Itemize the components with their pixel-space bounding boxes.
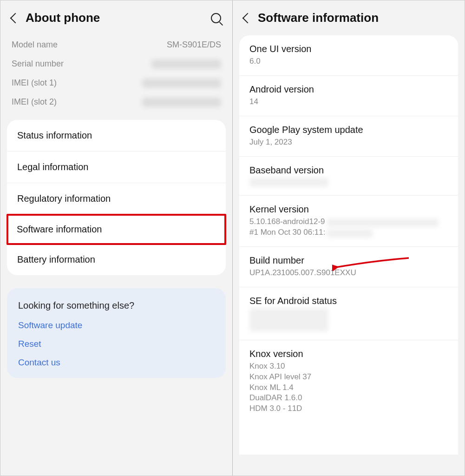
serial-label: Serial number <box>12 59 64 69</box>
back-icon[interactable] <box>242 13 253 23</box>
software-information-item[interactable]: Software information <box>7 214 226 245</box>
one-ui-version-item[interactable]: One UI version 6.0 <box>239 35 458 76</box>
status-information-item[interactable]: Status information <box>7 120 226 152</box>
about-phone-screen: About phone Model name SM-S901E/DS Seria… <box>0 0 233 476</box>
reset-link[interactable]: Reset <box>18 339 215 349</box>
looking-for-title: Looking for something else? <box>18 300 215 311</box>
baseband-version-item[interactable]: Baseband version <box>239 157 458 196</box>
imei1-value-blurred <box>142 79 221 88</box>
knox-line-0: Knox 3.10 <box>249 361 448 372</box>
android-label: Android version <box>249 84 448 95</box>
kernel-value: 5.10.168-android12-9 #1 Mon Oct 30 06:11… <box>249 217 448 238</box>
imei2-label: IMEI (slot 2) <box>12 97 57 107</box>
knox-line-3: DualDAR 1.6.0 <box>249 393 448 403</box>
kernel-blur2 <box>327 229 373 238</box>
imei1-label: IMEI (slot 1) <box>12 78 57 88</box>
page-title: About phone <box>26 11 204 25</box>
imei2-value-blurred <box>142 98 221 107</box>
one-ui-label: One UI version <box>249 44 448 54</box>
kernel-label: Kernel version <box>249 204 448 215</box>
se-value-blurred <box>249 308 328 331</box>
model-row: Model name SM-S901E/DS <box>12 35 221 54</box>
search-icon[interactable] <box>211 13 221 23</box>
knox-line-2: Knox ML 1.4 <box>249 383 448 393</box>
serial-value-blurred <box>151 60 221 69</box>
battery-information-item[interactable]: Battery information <box>7 244 226 275</box>
imei2-row: IMEI (slot 2) <box>12 93 221 112</box>
build-value: UP1A.231005.007.S901EXXU <box>249 268 448 278</box>
play-value: July 1, 2023 <box>249 137 448 148</box>
kernel-line1: 5.10.168-android12-9 <box>249 217 325 226</box>
device-info-section: Model name SM-S901E/DS Serial number IME… <box>0 35 232 120</box>
knox-version-item[interactable]: Knox version Knox 3.10 Knox API level 37… <box>239 340 458 423</box>
se-android-status-item[interactable]: SE for Android status <box>239 287 458 340</box>
se-label: SE for Android status <box>249 296 448 306</box>
build-label: Build number <box>249 255 448 266</box>
knox-line-4: HDM 3.0 - 11D <box>249 403 448 414</box>
model-label: Model name <box>12 40 58 50</box>
kernel-line2: #1 Mon Oct 30 06:11: <box>249 228 326 237</box>
knox-values: Knox 3.10 Knox API level 37 Knox ML 1.4 … <box>249 361 448 415</box>
software-update-link[interactable]: Software update <box>18 320 215 331</box>
one-ui-value: 6.0 <box>249 56 448 67</box>
info-links-card: Status information Legal information Reg… <box>7 120 226 275</box>
imei1-row: IMEI (slot 1) <box>12 73 221 93</box>
legal-information-item[interactable]: Legal information <box>7 152 226 183</box>
play-system-update-item[interactable]: Google Play system update July 1, 2023 <box>239 116 458 157</box>
android-value: 14 <box>249 97 448 107</box>
contact-us-link[interactable]: Contact us <box>18 357 215 368</box>
baseband-value-blurred <box>249 178 328 187</box>
knox-label: Knox version <box>249 349 448 359</box>
baseband-label: Baseband version <box>249 165 448 176</box>
software-info-card: One UI version 6.0 Android version 14 Go… <box>239 35 458 455</box>
model-value: SM-S901E/DS <box>167 40 221 50</box>
back-icon[interactable] <box>10 13 21 23</box>
kernel-version-item[interactable]: Kernel version 5.10.168-android12-9 #1 M… <box>239 196 458 247</box>
header: Software information <box>233 0 465 35</box>
kernel-blur1 <box>327 218 439 227</box>
knox-line-1: Knox API level 37 <box>249 372 448 383</box>
serial-row: Serial number <box>12 54 221 73</box>
page-title: Software information <box>258 11 455 25</box>
play-label: Google Play system update <box>249 125 448 135</box>
header: About phone <box>0 0 232 35</box>
regulatory-information-item[interactable]: Regulatory information <box>7 183 226 215</box>
looking-for-card: Looking for something else? Software upd… <box>7 288 226 378</box>
software-information-screen: Software information One UI version 6.0 … <box>233 0 465 476</box>
build-number-item[interactable]: Build number UP1A.231005.007.S901EXXU <box>239 247 458 287</box>
android-version-item[interactable]: Android version 14 <box>239 76 458 116</box>
